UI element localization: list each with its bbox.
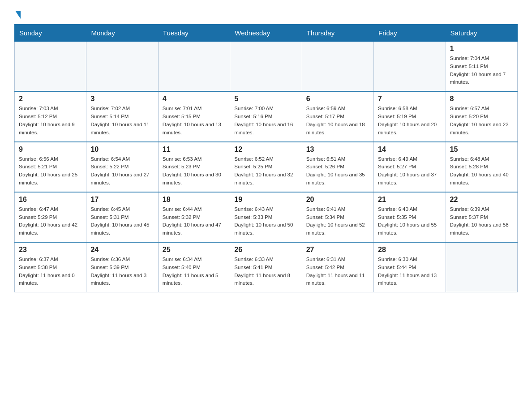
day-info: Sunrise: 7:01 AMSunset: 5:15 PMDaylight:… bbox=[163, 105, 226, 137]
calendar-cell: 15Sunrise: 6:48 AMSunset: 5:28 PMDayligh… bbox=[446, 142, 517, 192]
weekday-header-tuesday: Tuesday bbox=[158, 25, 230, 42]
day-info: Sunrise: 6:56 AMSunset: 5:21 PMDaylight:… bbox=[19, 155, 82, 187]
day-info: Sunrise: 6:59 AMSunset: 5:17 PMDaylight:… bbox=[306, 105, 369, 137]
calendar-cell: 6Sunrise: 6:59 AMSunset: 5:17 PMDaylight… bbox=[302, 91, 373, 141]
calendar-cell: 19Sunrise: 6:43 AMSunset: 5:33 PMDayligh… bbox=[230, 192, 302, 242]
day-number: 1 bbox=[450, 45, 513, 53]
weekday-header-monday: Monday bbox=[86, 25, 158, 42]
day-info: Sunrise: 6:39 AMSunset: 5:37 PMDaylight:… bbox=[450, 206, 513, 237]
calendar-cell bbox=[15, 42, 86, 92]
calendar-cell bbox=[302, 42, 373, 92]
calendar-cell: 17Sunrise: 6:45 AMSunset: 5:31 PMDayligh… bbox=[86, 192, 158, 242]
day-number: 5 bbox=[234, 95, 297, 103]
day-number: 19 bbox=[234, 196, 297, 204]
calendar-cell: 11Sunrise: 6:53 AMSunset: 5:23 PMDayligh… bbox=[158, 142, 230, 192]
day-info: Sunrise: 6:58 AMSunset: 5:19 PMDaylight:… bbox=[378, 105, 441, 137]
day-info: Sunrise: 6:33 AMSunset: 5:41 PMDaylight:… bbox=[234, 256, 297, 287]
calendar-cell: 21Sunrise: 6:40 AMSunset: 5:35 PMDayligh… bbox=[374, 192, 446, 242]
calendar-table: SundayMondayTuesdayWednesdayThursdayFrid… bbox=[14, 24, 518, 292]
day-number: 20 bbox=[306, 196, 369, 204]
weekday-header-friday: Friday bbox=[374, 25, 446, 42]
day-info: Sunrise: 6:40 AMSunset: 5:35 PMDaylight:… bbox=[378, 206, 441, 237]
logo bbox=[14, 11, 21, 19]
calendar-cell bbox=[374, 42, 446, 92]
day-number: 21 bbox=[378, 196, 441, 204]
day-info: Sunrise: 7:00 AMSunset: 5:16 PMDaylight:… bbox=[234, 105, 297, 137]
day-number: 26 bbox=[234, 246, 297, 254]
calendar-week-row: 2Sunrise: 7:03 AMSunset: 5:12 PMDaylight… bbox=[15, 91, 518, 141]
day-info: Sunrise: 6:45 AMSunset: 5:31 PMDaylight:… bbox=[90, 206, 154, 237]
day-number: 12 bbox=[234, 146, 297, 154]
calendar-cell: 13Sunrise: 6:51 AMSunset: 5:26 PMDayligh… bbox=[302, 142, 373, 192]
day-info: Sunrise: 6:31 AMSunset: 5:42 PMDaylight:… bbox=[306, 256, 369, 287]
day-number: 18 bbox=[163, 196, 226, 204]
calendar-week-row: 1Sunrise: 7:04 AMSunset: 5:11 PMDaylight… bbox=[15, 42, 518, 92]
calendar-cell: 22Sunrise: 6:39 AMSunset: 5:37 PMDayligh… bbox=[446, 192, 517, 242]
calendar-cell: 9Sunrise: 6:56 AMSunset: 5:21 PMDaylight… bbox=[15, 142, 86, 192]
calendar-cell: 4Sunrise: 7:01 AMSunset: 5:15 PMDaylight… bbox=[158, 91, 230, 141]
calendar-cell: 10Sunrise: 6:54 AMSunset: 5:22 PMDayligh… bbox=[86, 142, 158, 192]
calendar-cell: 3Sunrise: 7:02 AMSunset: 5:14 PMDaylight… bbox=[86, 91, 158, 141]
day-number: 16 bbox=[19, 196, 82, 204]
day-number: 6 bbox=[306, 95, 369, 103]
calendar-cell: 2Sunrise: 7:03 AMSunset: 5:12 PMDaylight… bbox=[15, 91, 86, 141]
day-number: 24 bbox=[90, 246, 154, 254]
day-info: Sunrise: 6:54 AMSunset: 5:22 PMDaylight:… bbox=[90, 155, 154, 187]
calendar-cell: 16Sunrise: 6:47 AMSunset: 5:29 PMDayligh… bbox=[15, 192, 86, 242]
calendar-cell: 18Sunrise: 6:44 AMSunset: 5:32 PMDayligh… bbox=[158, 192, 230, 242]
calendar-week-row: 16Sunrise: 6:47 AMSunset: 5:29 PMDayligh… bbox=[15, 192, 518, 242]
day-info: Sunrise: 7:03 AMSunset: 5:12 PMDaylight:… bbox=[19, 105, 82, 137]
day-number: 11 bbox=[163, 146, 226, 154]
day-info: Sunrise: 6:57 AMSunset: 5:20 PMDaylight:… bbox=[450, 105, 513, 137]
weekday-header-row: SundayMondayTuesdayWednesdayThursdayFrid… bbox=[15, 25, 518, 42]
day-info: Sunrise: 6:34 AMSunset: 5:40 PMDaylight:… bbox=[163, 256, 226, 287]
day-number: 25 bbox=[163, 246, 226, 254]
page-header bbox=[14, 11, 518, 19]
calendar-cell: 28Sunrise: 6:30 AMSunset: 5:44 PMDayligh… bbox=[374, 242, 446, 292]
day-info: Sunrise: 6:47 AMSunset: 5:29 PMDaylight:… bbox=[19, 206, 82, 237]
weekday-header-thursday: Thursday bbox=[302, 25, 373, 42]
logo-blue-text bbox=[14, 11, 21, 19]
calendar-cell: 14Sunrise: 6:49 AMSunset: 5:27 PMDayligh… bbox=[374, 142, 446, 192]
day-info: Sunrise: 6:43 AMSunset: 5:33 PMDaylight:… bbox=[234, 206, 297, 237]
day-number: 27 bbox=[306, 246, 369, 254]
calendar-cell bbox=[230, 42, 302, 92]
day-number: 22 bbox=[450, 196, 513, 204]
day-number: 4 bbox=[163, 95, 226, 103]
day-number: 9 bbox=[19, 146, 82, 154]
calendar-cell: 5Sunrise: 7:00 AMSunset: 5:16 PMDaylight… bbox=[230, 91, 302, 141]
day-number: 7 bbox=[378, 95, 441, 103]
weekday-header-saturday: Saturday bbox=[446, 25, 517, 42]
calendar-header: SundayMondayTuesdayWednesdayThursdayFrid… bbox=[15, 25, 518, 42]
day-number: 10 bbox=[90, 146, 154, 154]
calendar-cell bbox=[86, 42, 158, 92]
calendar-week-row: 9Sunrise: 6:56 AMSunset: 5:21 PMDaylight… bbox=[15, 142, 518, 192]
day-number: 8 bbox=[450, 95, 513, 103]
calendar-cell: 20Sunrise: 6:41 AMSunset: 5:34 PMDayligh… bbox=[302, 192, 373, 242]
calendar-week-row: 23Sunrise: 6:37 AMSunset: 5:38 PMDayligh… bbox=[15, 242, 518, 292]
day-info: Sunrise: 6:37 AMSunset: 5:38 PMDaylight:… bbox=[19, 256, 82, 287]
calendar-cell: 23Sunrise: 6:37 AMSunset: 5:38 PMDayligh… bbox=[15, 242, 86, 292]
calendar-cell bbox=[158, 42, 230, 92]
day-info: Sunrise: 6:52 AMSunset: 5:25 PMDaylight:… bbox=[234, 155, 297, 187]
calendar-body: 1Sunrise: 7:04 AMSunset: 5:11 PMDaylight… bbox=[15, 42, 518, 292]
day-number: 17 bbox=[90, 196, 154, 204]
day-info: Sunrise: 6:49 AMSunset: 5:27 PMDaylight:… bbox=[378, 155, 441, 187]
day-info: Sunrise: 6:41 AMSunset: 5:34 PMDaylight:… bbox=[306, 206, 369, 237]
weekday-header-sunday: Sunday bbox=[15, 25, 86, 42]
day-number: 28 bbox=[378, 246, 441, 254]
day-info: Sunrise: 6:48 AMSunset: 5:28 PMDaylight:… bbox=[450, 155, 513, 187]
day-info: Sunrise: 6:44 AMSunset: 5:32 PMDaylight:… bbox=[163, 206, 226, 237]
calendar-cell bbox=[446, 242, 517, 292]
day-number: 23 bbox=[19, 246, 82, 254]
day-info: Sunrise: 7:02 AMSunset: 5:14 PMDaylight:… bbox=[90, 105, 154, 137]
calendar-cell: 24Sunrise: 6:36 AMSunset: 5:39 PMDayligh… bbox=[86, 242, 158, 292]
day-number: 2 bbox=[19, 95, 82, 103]
calendar-cell: 8Sunrise: 6:57 AMSunset: 5:20 PMDaylight… bbox=[446, 91, 517, 141]
logo-triangle-icon bbox=[15, 11, 21, 19]
calendar-cell: 26Sunrise: 6:33 AMSunset: 5:41 PMDayligh… bbox=[230, 242, 302, 292]
day-info: Sunrise: 6:36 AMSunset: 5:39 PMDaylight:… bbox=[90, 256, 154, 287]
day-number: 3 bbox=[90, 95, 154, 103]
calendar-cell: 12Sunrise: 6:52 AMSunset: 5:25 PMDayligh… bbox=[230, 142, 302, 192]
day-info: Sunrise: 6:53 AMSunset: 5:23 PMDaylight:… bbox=[163, 155, 226, 187]
